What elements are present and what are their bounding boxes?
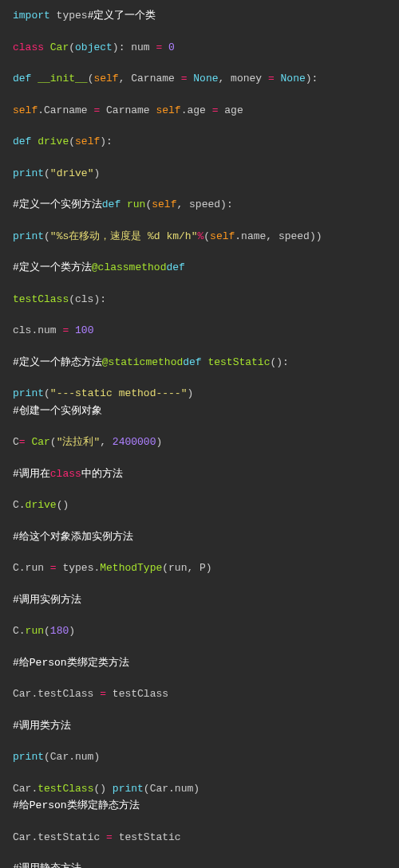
self: self: [210, 230, 235, 242]
code-line: self.Carname = Carname self.age = age: [13, 103, 386, 119]
text: (Car.num): [44, 751, 100, 763]
code-editor[interactable]: import types#定义了一个类 class Car(object): n…: [13, 8, 386, 868]
keyword: class: [50, 468, 81, 480]
text: ): [187, 387, 193, 399]
operator: =: [156, 41, 168, 53]
comment: #定义一个静态方法: [13, 356, 102, 368]
comment: #调用实例方法: [13, 594, 81, 606]
keyword: class: [13, 41, 44, 53]
code-line: print("drive"): [13, 166, 386, 182]
code-line: print("%s在移动，速度是 %d km/h"%(self.name, sp…: [13, 229, 386, 245]
text: ):: [100, 136, 113, 147]
text: Car.testStatic: [13, 831, 106, 843]
comment: #给这个对象添加实例方法: [13, 531, 133, 543]
text: age: [224, 104, 243, 116]
comment: #定义了一个类: [88, 10, 156, 22]
code-line: Car.testStatic = testStatic: [13, 830, 386, 846]
classname: Car: [31, 436, 49, 448]
code-line: testClass(cls):: [13, 292, 386, 308]
text: (: [44, 167, 50, 179]
comment: #调用静态方法: [13, 862, 81, 868]
text: .age: [181, 104, 212, 116]
operator: =: [100, 688, 113, 700]
self: self: [156, 104, 180, 116]
comment: #给Person类绑定静态方法: [13, 799, 140, 811]
builtin: print: [13, 387, 44, 399]
operator: =: [212, 104, 225, 116]
number: 180: [50, 625, 69, 637]
param: self: [93, 73, 118, 84]
keyword: def: [166, 261, 184, 273]
none: None: [193, 73, 218, 84]
operator: =: [106, 831, 119, 843]
keyword: import: [13, 10, 50, 22]
funcname: drive: [31, 136, 69, 147]
text: Car.testClass: [13, 688, 100, 700]
code-line: C.drive(): [13, 497, 386, 513]
builtin: print: [13, 230, 44, 242]
operator: =: [50, 562, 63, 574]
param: self: [75, 136, 100, 147]
keyword: def: [183, 356, 201, 368]
comment: #定义一个实例方法: [13, 198, 102, 210]
code-line: C= Car("法拉利", 2400000): [13, 434, 386, 450]
text: types.: [62, 562, 100, 574]
code-line: #创建一个实例对象: [13, 403, 386, 419]
text: testClass: [113, 688, 168, 700]
text: ): num: [113, 41, 156, 53]
text: (run, P): [162, 562, 211, 574]
comment: #给Person类绑定类方法: [13, 657, 129, 669]
string: "drive": [50, 167, 94, 179]
funcname: run: [120, 198, 145, 210]
code-line: #调用在class中的方法: [13, 466, 386, 482]
keyword: def: [102, 198, 120, 210]
funcname: testClass: [38, 783, 93, 795]
funcname: testStatic: [202, 356, 271, 368]
text: ,: [100, 436, 113, 448]
funcname: run: [26, 625, 44, 637]
text: , speed):: [176, 198, 232, 210]
text: .Carname: [38, 104, 93, 116]
text: cls.num: [13, 324, 62, 336]
text: (: [50, 436, 57, 448]
comment: 中的方法: [81, 468, 123, 480]
number: 100: [75, 324, 93, 336]
operator: =: [181, 73, 194, 84]
number: 0: [168, 41, 175, 53]
code-line: import types#定义了一个类: [13, 8, 386, 24]
text: (: [69, 41, 75, 53]
text: C.: [13, 625, 26, 637]
code-line: def drive(self):: [13, 134, 386, 150]
comment: #定义一个类方法: [13, 261, 92, 273]
code-line: print(Car.num): [13, 749, 386, 765]
text: C: [13, 436, 19, 448]
string: "法拉利": [57, 436, 101, 448]
operator: =: [19, 436, 32, 448]
code-line: print("---static method----"): [13, 386, 386, 402]
text: (: [69, 136, 75, 147]
text: (: [44, 387, 50, 399]
text: ): [156, 436, 162, 448]
code-line: #定义一个静态方法@staticmethoddef testStatic():: [13, 355, 386, 371]
code-line: Car.testClass = testClass: [13, 686, 386, 702]
text: types: [50, 10, 88, 22]
text: (Car.num): [144, 783, 200, 795]
text: , Carname: [119, 73, 181, 84]
funcname: MethodType: [100, 562, 162, 574]
code-line: #定义一个类方法@classmethoddef: [13, 260, 386, 276]
code-line: #给Person类绑定静态方法: [13, 798, 386, 814]
code-line: #调用实例方法: [13, 592, 386, 608]
none: None: [281, 73, 306, 84]
text: (): [93, 783, 112, 795]
comment: #创建一个实例对象: [13, 405, 102, 417]
text: (): [57, 499, 69, 511]
code-line: #调用静态方法: [13, 861, 386, 868]
text: (: [203, 230, 210, 242]
keyword: def: [13, 136, 31, 147]
funcname: drive: [26, 499, 57, 511]
classname: Car: [44, 41, 69, 53]
builtin: print: [13, 167, 44, 179]
text: Car.: [13, 783, 38, 795]
text: ): [93, 167, 100, 179]
text: .name, speed)): [235, 230, 322, 242]
